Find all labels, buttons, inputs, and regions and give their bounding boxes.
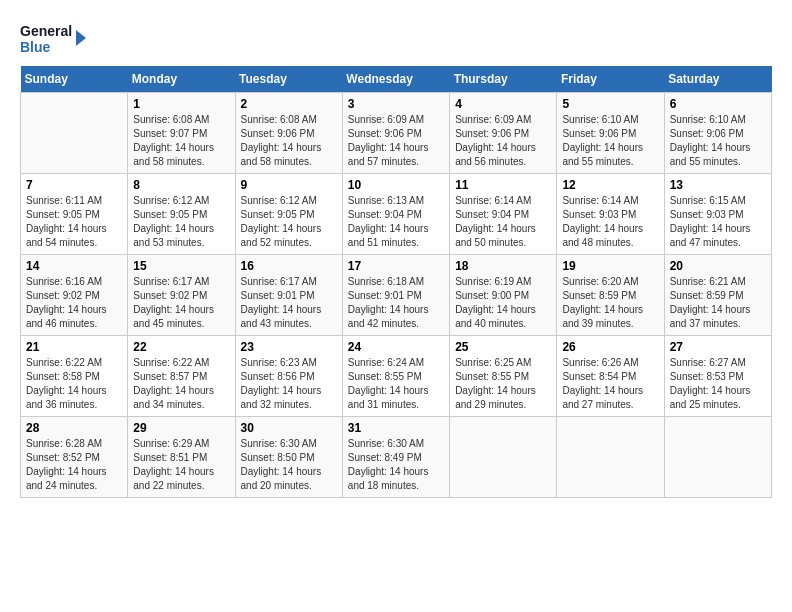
day-info: Sunrise: 6:22 AM Sunset: 8:57 PM Dayligh…	[133, 356, 229, 412]
day-number: 18	[455, 259, 551, 273]
day-info: Sunrise: 6:09 AM Sunset: 9:06 PM Dayligh…	[348, 113, 444, 169]
day-number: 27	[670, 340, 766, 354]
day-cell: 3Sunrise: 6:09 AM Sunset: 9:06 PM Daylig…	[342, 93, 449, 174]
day-cell: 20Sunrise: 6:21 AM Sunset: 8:59 PM Dayli…	[664, 255, 771, 336]
header-row: SundayMondayTuesdayWednesdayThursdayFrid…	[21, 66, 772, 93]
day-cell: 15Sunrise: 6:17 AM Sunset: 9:02 PM Dayli…	[128, 255, 235, 336]
day-number: 14	[26, 259, 122, 273]
day-info: Sunrise: 6:15 AM Sunset: 9:03 PM Dayligh…	[670, 194, 766, 250]
day-cell: 25Sunrise: 6:25 AM Sunset: 8:55 PM Dayli…	[450, 336, 557, 417]
day-info: Sunrise: 6:23 AM Sunset: 8:56 PM Dayligh…	[241, 356, 337, 412]
day-info: Sunrise: 6:24 AM Sunset: 8:55 PM Dayligh…	[348, 356, 444, 412]
day-number: 17	[348, 259, 444, 273]
header-cell-wednesday: Wednesday	[342, 66, 449, 93]
day-info: Sunrise: 6:09 AM Sunset: 9:06 PM Dayligh…	[455, 113, 551, 169]
day-number: 8	[133, 178, 229, 192]
day-cell: 9Sunrise: 6:12 AM Sunset: 9:05 PM Daylig…	[235, 174, 342, 255]
calendar-table: SundayMondayTuesdayWednesdayThursdayFrid…	[20, 66, 772, 498]
day-info: Sunrise: 6:13 AM Sunset: 9:04 PM Dayligh…	[348, 194, 444, 250]
day-number: 13	[670, 178, 766, 192]
day-info: Sunrise: 6:17 AM Sunset: 9:02 PM Dayligh…	[133, 275, 229, 331]
day-cell: 26Sunrise: 6:26 AM Sunset: 8:54 PM Dayli…	[557, 336, 664, 417]
day-cell: 31Sunrise: 6:30 AM Sunset: 8:49 PM Dayli…	[342, 417, 449, 498]
day-info: Sunrise: 6:29 AM Sunset: 8:51 PM Dayligh…	[133, 437, 229, 493]
day-cell: 18Sunrise: 6:19 AM Sunset: 9:00 PM Dayli…	[450, 255, 557, 336]
header-cell-thursday: Thursday	[450, 66, 557, 93]
header-cell-monday: Monday	[128, 66, 235, 93]
day-info: Sunrise: 6:30 AM Sunset: 8:49 PM Dayligh…	[348, 437, 444, 493]
day-info: Sunrise: 6:08 AM Sunset: 9:07 PM Dayligh…	[133, 113, 229, 169]
day-number: 22	[133, 340, 229, 354]
day-cell: 23Sunrise: 6:23 AM Sunset: 8:56 PM Dayli…	[235, 336, 342, 417]
day-number: 6	[670, 97, 766, 111]
day-number: 21	[26, 340, 122, 354]
day-cell: 2Sunrise: 6:08 AM Sunset: 9:06 PM Daylig…	[235, 93, 342, 174]
day-cell: 8Sunrise: 6:12 AM Sunset: 9:05 PM Daylig…	[128, 174, 235, 255]
day-info: Sunrise: 6:21 AM Sunset: 8:59 PM Dayligh…	[670, 275, 766, 331]
day-info: Sunrise: 6:22 AM Sunset: 8:58 PM Dayligh…	[26, 356, 122, 412]
day-cell: 7Sunrise: 6:11 AM Sunset: 9:05 PM Daylig…	[21, 174, 128, 255]
day-cell: 16Sunrise: 6:17 AM Sunset: 9:01 PM Dayli…	[235, 255, 342, 336]
day-cell: 6Sunrise: 6:10 AM Sunset: 9:06 PM Daylig…	[664, 93, 771, 174]
page-header: GeneralBlue	[20, 20, 772, 56]
day-cell: 28Sunrise: 6:28 AM Sunset: 8:52 PM Dayli…	[21, 417, 128, 498]
day-cell: 12Sunrise: 6:14 AM Sunset: 9:03 PM Dayli…	[557, 174, 664, 255]
day-info: Sunrise: 6:08 AM Sunset: 9:06 PM Dayligh…	[241, 113, 337, 169]
day-number: 19	[562, 259, 658, 273]
header-cell-friday: Friday	[557, 66, 664, 93]
day-number: 1	[133, 97, 229, 111]
day-info: Sunrise: 6:19 AM Sunset: 9:00 PM Dayligh…	[455, 275, 551, 331]
day-number: 28	[26, 421, 122, 435]
day-info: Sunrise: 6:28 AM Sunset: 8:52 PM Dayligh…	[26, 437, 122, 493]
day-cell: 22Sunrise: 6:22 AM Sunset: 8:57 PM Dayli…	[128, 336, 235, 417]
day-info: Sunrise: 6:10 AM Sunset: 9:06 PM Dayligh…	[670, 113, 766, 169]
day-number: 31	[348, 421, 444, 435]
day-cell: 21Sunrise: 6:22 AM Sunset: 8:58 PM Dayli…	[21, 336, 128, 417]
day-info: Sunrise: 6:18 AM Sunset: 9:01 PM Dayligh…	[348, 275, 444, 331]
day-cell	[21, 93, 128, 174]
day-number: 24	[348, 340, 444, 354]
day-cell: 13Sunrise: 6:15 AM Sunset: 9:03 PM Dayli…	[664, 174, 771, 255]
day-number: 30	[241, 421, 337, 435]
logo: GeneralBlue	[20, 20, 90, 56]
day-number: 16	[241, 259, 337, 273]
day-number: 26	[562, 340, 658, 354]
header-cell-tuesday: Tuesday	[235, 66, 342, 93]
day-info: Sunrise: 6:20 AM Sunset: 8:59 PM Dayligh…	[562, 275, 658, 331]
day-number: 7	[26, 178, 122, 192]
day-cell: 24Sunrise: 6:24 AM Sunset: 8:55 PM Dayli…	[342, 336, 449, 417]
day-number: 5	[562, 97, 658, 111]
day-number: 23	[241, 340, 337, 354]
day-number: 4	[455, 97, 551, 111]
svg-text:Blue: Blue	[20, 39, 51, 55]
day-number: 3	[348, 97, 444, 111]
day-cell	[450, 417, 557, 498]
day-number: 11	[455, 178, 551, 192]
day-cell: 11Sunrise: 6:14 AM Sunset: 9:04 PM Dayli…	[450, 174, 557, 255]
day-number: 10	[348, 178, 444, 192]
day-cell: 5Sunrise: 6:10 AM Sunset: 9:06 PM Daylig…	[557, 93, 664, 174]
header-cell-sunday: Sunday	[21, 66, 128, 93]
day-number: 15	[133, 259, 229, 273]
day-cell: 4Sunrise: 6:09 AM Sunset: 9:06 PM Daylig…	[450, 93, 557, 174]
day-cell: 29Sunrise: 6:29 AM Sunset: 8:51 PM Dayli…	[128, 417, 235, 498]
day-info: Sunrise: 6:14 AM Sunset: 9:03 PM Dayligh…	[562, 194, 658, 250]
day-info: Sunrise: 6:11 AM Sunset: 9:05 PM Dayligh…	[26, 194, 122, 250]
week-row-2: 7Sunrise: 6:11 AM Sunset: 9:05 PM Daylig…	[21, 174, 772, 255]
day-info: Sunrise: 6:12 AM Sunset: 9:05 PM Dayligh…	[133, 194, 229, 250]
day-cell: 1Sunrise: 6:08 AM Sunset: 9:07 PM Daylig…	[128, 93, 235, 174]
day-cell	[557, 417, 664, 498]
day-number: 9	[241, 178, 337, 192]
day-number: 29	[133, 421, 229, 435]
day-info: Sunrise: 6:16 AM Sunset: 9:02 PM Dayligh…	[26, 275, 122, 331]
week-row-4: 21Sunrise: 6:22 AM Sunset: 8:58 PM Dayli…	[21, 336, 772, 417]
day-cell: 30Sunrise: 6:30 AM Sunset: 8:50 PM Dayli…	[235, 417, 342, 498]
week-row-5: 28Sunrise: 6:28 AM Sunset: 8:52 PM Dayli…	[21, 417, 772, 498]
day-info: Sunrise: 6:12 AM Sunset: 9:05 PM Dayligh…	[241, 194, 337, 250]
day-number: 20	[670, 259, 766, 273]
day-cell: 14Sunrise: 6:16 AM Sunset: 9:02 PM Dayli…	[21, 255, 128, 336]
day-number: 2	[241, 97, 337, 111]
logo-svg: GeneralBlue	[20, 20, 90, 56]
week-row-1: 1Sunrise: 6:08 AM Sunset: 9:07 PM Daylig…	[21, 93, 772, 174]
header-cell-saturday: Saturday	[664, 66, 771, 93]
